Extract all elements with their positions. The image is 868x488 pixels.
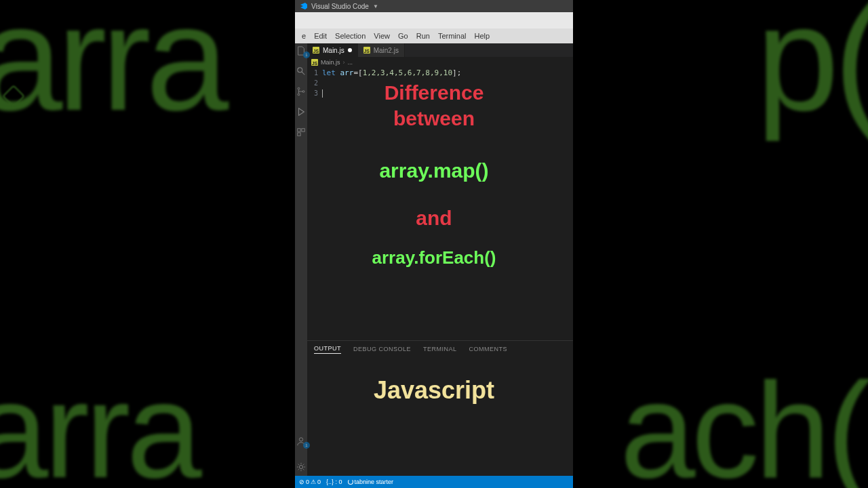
editor-column: JS Main.js JS Main2.js JS Main.js › ...: [307, 43, 573, 476]
svg-point-8: [299, 438, 302, 441]
warning-icon: ⚠: [311, 479, 316, 485]
account-icon[interactable]: 1: [296, 436, 306, 446]
line-number: 3: [307, 88, 318, 98]
status-bar: ⊘0 ⚠0 {..} : 0 tabnine starter: [295, 476, 573, 488]
menubar-item-go[interactable]: Go: [394, 32, 412, 40]
status-errors[interactable]: ⊘0 ⚠0: [299, 479, 321, 485]
breadcrumb-symbol: ...: [348, 59, 353, 66]
explorer-badge: 1: [303, 52, 310, 58]
vscode-window: Visual Studio Code ▼ e Edit Selection Vi…: [295, 0, 573, 488]
account-badge: 1: [303, 442, 310, 449]
menubar-item-run[interactable]: Run: [412, 32, 434, 40]
editor-tab-row: JS Main.js JS Main2.js: [307, 43, 573, 57]
token-punct: [: [358, 68, 363, 77]
line-number: 2: [307, 78, 318, 88]
bg-text-bottom-left: arra: [0, 352, 198, 488]
svg-rect-5: [298, 129, 300, 131]
bottom-panel: OUTPUT DEBUG CONSOLE TERMINAL COMMENTS: [307, 340, 573, 476]
menubar: e Edit Selection View Go Run Terminal He…: [295, 28, 573, 43]
panel-tab-row: OUTPUT DEBUG CONSOLE TERMINAL COMMENTS: [307, 341, 573, 357]
editor-tab-label: Main.js: [323, 47, 344, 54]
breadcrumb-file: Main.js: [321, 59, 340, 66]
code-editor[interactable]: 1 2 3 let arr=[1,2,3,4,5,6,7,8,9,10];: [307, 68, 573, 340]
main-area: 1 1: [295, 43, 573, 476]
bg-text-top-right: p(): [756, 0, 868, 144]
chevron-down-icon[interactable]: ▼: [373, 3, 378, 9]
code-line-1[interactable]: let arr=[1,2,3,4,5,6,7,8,9,10];: [322, 68, 573, 78]
js-file-icon: JS: [313, 47, 319, 54]
text-cursor: [322, 89, 323, 98]
menubar-item-terminal[interactable]: Terminal: [434, 32, 471, 40]
line-number-gutter: 1 2 3: [307, 68, 322, 340]
window-titlebar: Visual Studio Code ▼: [295, 0, 573, 12]
menubar-item-edit[interactable]: Edit: [310, 32, 331, 40]
token-variable: arr: [340, 68, 354, 77]
menubar-item-selection[interactable]: Selection: [331, 32, 370, 40]
js-file-icon: JS: [363, 47, 370, 54]
bg-text-bottom-right: ach(): [620, 352, 868, 488]
spinner-icon: [348, 479, 353, 485]
status-warnings-count: 0: [317, 479, 321, 485]
search-icon[interactable]: [296, 66, 306, 76]
panel-tab-debug-console[interactable]: DEBUG CONSOLE: [353, 346, 411, 352]
unsaved-dot-icon: [348, 48, 352, 52]
editor-tab-main[interactable]: JS Main.js: [307, 43, 358, 57]
error-icon: ⊘: [299, 479, 304, 485]
svg-point-0: [298, 68, 302, 73]
status-tabnine[interactable]: tabnine starter: [348, 479, 394, 485]
code-content[interactable]: let arr=[1,2,3,4,5,6,7,8,9,10];: [322, 68, 573, 340]
gear-icon[interactable]: [296, 462, 306, 472]
debug-icon[interactable]: [296, 107, 306, 117]
line-number: 1: [307, 68, 318, 78]
window-title: Visual Studio Code: [311, 3, 369, 10]
code-line-3[interactable]: [322, 88, 573, 98]
token-numbers: 1,2,3,4,5,6,7,8,9,10: [363, 68, 452, 77]
editor-tab-label: Main2.js: [374, 47, 399, 54]
window-chrome-strip: [295, 12, 573, 28]
menubar-item-truncated[interactable]: e: [298, 32, 310, 40]
files-icon[interactable]: 1: [296, 46, 306, 56]
svg-line-1: [302, 72, 304, 75]
panel-tab-comments[interactable]: COMMENTS: [469, 346, 508, 352]
bg-text-top-left: arra: [0, 0, 223, 144]
token-punct: ];: [452, 68, 461, 77]
status-errors-count: 0: [306, 479, 309, 485]
activity-bar: 1 1: [295, 43, 307, 476]
status-tabnine-label: tabnine starter: [355, 479, 394, 485]
svg-point-3: [298, 94, 300, 96]
extensions-icon[interactable]: [296, 127, 306, 137]
token-punct: =: [353, 68, 358, 77]
vscode-logo-icon: [300, 3, 307, 9]
panel-tab-output[interactable]: OUTPUT: [314, 345, 341, 354]
svg-rect-6: [302, 129, 304, 131]
menubar-item-view[interactable]: View: [370, 32, 394, 40]
source-control-icon[interactable]: [296, 87, 306, 96]
panel-tab-terminal[interactable]: TERMINAL: [423, 346, 457, 352]
svg-point-9: [299, 465, 302, 468]
svg-point-2: [298, 87, 300, 89]
menubar-item-help[interactable]: Help: [470, 32, 494, 40]
editor-tab-main2[interactable]: JS Main2.js: [358, 43, 405, 57]
token-keyword: let: [322, 68, 336, 77]
js-file-icon: JS: [311, 59, 318, 66]
breadcrumb-separator: ›: [343, 59, 345, 66]
breadcrumb[interactable]: JS Main.js › ...: [307, 57, 573, 68]
status-bracket-info[interactable]: {..} : 0: [326, 479, 342, 485]
svg-rect-7: [298, 133, 300, 136]
panel-body[interactable]: [307, 357, 573, 472]
code-line-2[interactable]: [322, 78, 573, 88]
